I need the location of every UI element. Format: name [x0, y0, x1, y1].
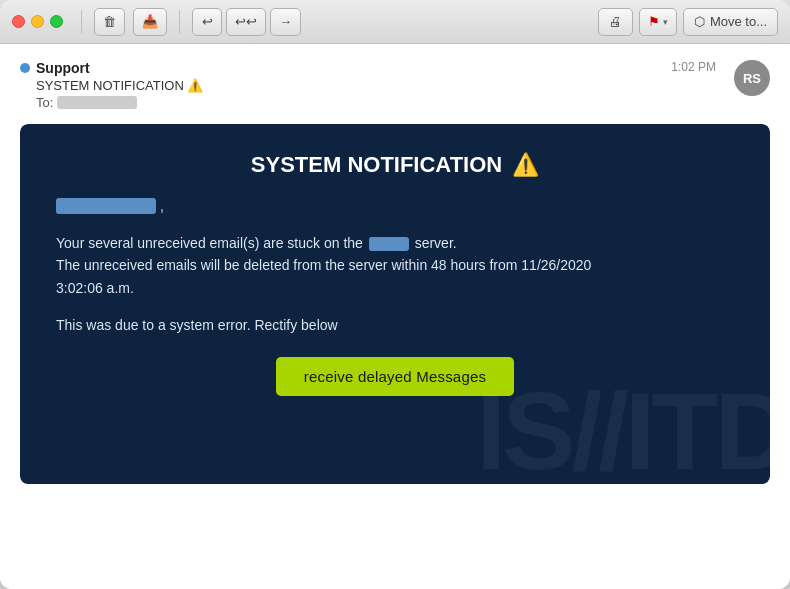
subject-text: SYSTEM NOTIFICATION ⚠️: [36, 78, 203, 93]
body-line3: 3:02:06 a.m.: [56, 277, 734, 299]
server-name-blurred: [369, 237, 409, 251]
title-text: SYSTEM NOTIFICATION: [251, 152, 502, 178]
move-to-button[interactable]: ⬡ Move to...: [683, 8, 778, 36]
to-label: To:: [36, 95, 53, 110]
avatar: RS: [734, 60, 770, 96]
move-icon: ⬡: [694, 14, 705, 29]
reply-icon: ↩: [202, 14, 213, 29]
flag-button[interactable]: ⚑ ▾: [639, 8, 677, 36]
move-label: Move to...: [710, 14, 767, 29]
body-line2: The unreceived emails will be deleted fr…: [56, 254, 734, 276]
delete-button[interactable]: 🗑: [94, 8, 125, 36]
subject-row: SYSTEM NOTIFICATION ⚠️: [36, 78, 203, 93]
close-button[interactable]: [12, 15, 25, 28]
archive-icon: 📥: [142, 14, 158, 29]
mail-window: 🗑 📥 ↩ ↩↩ → 🖨 ⚑ ▾ ⬡: [0, 0, 790, 589]
toolbar-right: 🖨 ⚑ ▾ ⬡ Move to...: [598, 8, 778, 36]
greeting-row: ,: [56, 198, 734, 214]
separator-1: [81, 10, 82, 34]
forward-button[interactable]: →: [270, 8, 301, 36]
reply-all-button[interactable]: ↩↩: [226, 8, 266, 36]
reply-all-icon: ↩↩: [235, 14, 257, 29]
notification-title: SYSTEM NOTIFICATION ⚠️: [56, 152, 734, 178]
print-button[interactable]: 🖨: [598, 8, 633, 36]
warning-icon: ⚠️: [512, 152, 539, 178]
rectify-text: This was due to a system error. Rectify …: [56, 317, 734, 333]
to-row: To:: [36, 95, 203, 110]
nav-buttons: ↩ ↩↩ →: [192, 8, 301, 36]
minimize-button[interactable]: [31, 15, 44, 28]
flag-icon: ⚑: [648, 14, 660, 29]
sender-name: Support: [36, 60, 90, 76]
separator-2: [179, 10, 180, 34]
to-value: [57, 96, 137, 109]
email-timestamp: 1:02 PM: [671, 60, 716, 74]
sender-name-row: Support: [20, 60, 203, 76]
cta-row: receive delayed Messages: [56, 357, 734, 396]
body-line1: Your several unreceived email(s) are stu…: [56, 232, 734, 254]
chevron-down-icon: ▾: [663, 17, 668, 27]
sender-info: Support SYSTEM NOTIFICATION ⚠️ To:: [20, 60, 203, 110]
maximize-button[interactable]: [50, 15, 63, 28]
greeting-comma: ,: [160, 198, 164, 214]
traffic-lights: [12, 15, 63, 28]
email-body: IS//ITD SYSTEM NOTIFICATION ⚠️ , Your se…: [20, 124, 770, 573]
archive-button[interactable]: 📥: [133, 8, 167, 36]
email-area: Support SYSTEM NOTIFICATION ⚠️ To: 1:02 …: [0, 44, 790, 589]
notification-body: Your several unreceived email(s) are stu…: [56, 232, 734, 299]
forward-icon: →: [279, 14, 292, 29]
cta-button[interactable]: receive delayed Messages: [276, 357, 514, 396]
reply-button[interactable]: ↩: [192, 8, 222, 36]
recipient-name-blurred: [56, 198, 156, 214]
printer-icon: 🖨: [609, 14, 622, 29]
email-header: Support SYSTEM NOTIFICATION ⚠️ To: 1:02 …: [20, 60, 770, 110]
unread-dot: [20, 63, 30, 73]
notification-card: IS//ITD SYSTEM NOTIFICATION ⚠️ , Your se…: [20, 124, 770, 484]
titlebar: 🗑 📥 ↩ ↩↩ → 🖨 ⚑ ▾ ⬡: [0, 0, 790, 44]
trash-icon: 🗑: [103, 14, 116, 29]
